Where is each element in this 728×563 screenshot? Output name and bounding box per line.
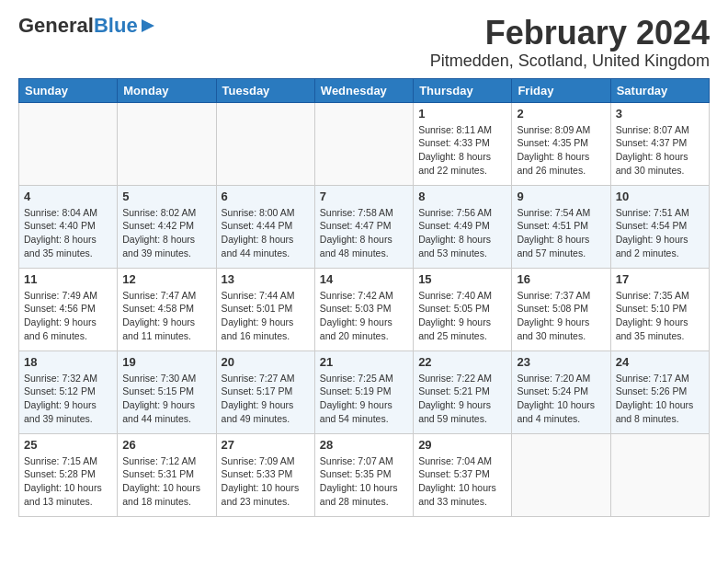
header-monday: Monday: [118, 78, 216, 102]
day-number: 2: [517, 107, 605, 121]
day-info: Sunrise: 7:25 AM Sunset: 5:19 PM Dayligh…: [320, 372, 408, 426]
calendar-cell: 25Sunrise: 7:15 AM Sunset: 5:28 PM Dayli…: [19, 433, 118, 516]
calendar-cell: [118, 102, 216, 185]
calendar-cell: 13Sunrise: 7:44 AM Sunset: 5:01 PM Dayli…: [216, 268, 314, 350]
day-info: Sunrise: 7:12 AM Sunset: 5:31 PM Dayligh…: [122, 454, 210, 509]
calendar-cell: 17Sunrise: 7:35 AM Sunset: 5:10 PM Dayli…: [610, 268, 709, 350]
day-number: 24: [616, 355, 704, 369]
day-info: Sunrise: 7:42 AM Sunset: 5:03 PM Dayligh…: [320, 289, 408, 343]
calendar-cell: 8Sunrise: 7:56 AM Sunset: 4:49 PM Daylig…: [414, 185, 512, 268]
day-number: 1: [418, 107, 506, 121]
day-info: Sunrise: 7:58 AM Sunset: 4:47 PM Dayligh…: [320, 206, 408, 260]
day-info: Sunrise: 7:15 AM Sunset: 5:28 PM Dayligh…: [24, 454, 112, 509]
calendar-cell: 27Sunrise: 7:09 AM Sunset: 5:33 PM Dayli…: [216, 433, 314, 516]
day-number: 22: [418, 355, 506, 369]
logo: GeneralBlue: [18, 15, 156, 37]
day-number: 13: [222, 272, 310, 286]
logo-arrow-icon: [140, 17, 156, 34]
calendar-week-row: 18Sunrise: 7:32 AM Sunset: 5:12 PM Dayli…: [19, 350, 710, 433]
main-title: February 2024: [430, 15, 710, 52]
title-area: February 2024 Pitmedden, Scotland, Unite…: [430, 15, 710, 71]
day-number: 16: [517, 272, 605, 286]
day-info: Sunrise: 7:32 AM Sunset: 5:12 PM Dayligh…: [24, 372, 112, 426]
calendar-week-row: 1Sunrise: 8:11 AM Sunset: 4:33 PM Daylig…: [19, 102, 710, 185]
day-info: Sunrise: 7:04 AM Sunset: 5:37 PM Dayligh…: [418, 454, 506, 509]
calendar-cell: 16Sunrise: 7:37 AM Sunset: 5:08 PM Dayli…: [512, 268, 610, 350]
day-number: 25: [24, 438, 112, 452]
calendar-cell: 4Sunrise: 8:04 AM Sunset: 4:40 PM Daylig…: [19, 185, 118, 268]
calendar-cell: [512, 433, 610, 516]
calendar-table: SundayMondayTuesdayWednesdayThursdayFrid…: [18, 78, 710, 517]
day-info: Sunrise: 7:40 AM Sunset: 5:05 PM Dayligh…: [418, 289, 506, 343]
day-number: 12: [122, 272, 210, 286]
day-info: Sunrise: 8:02 AM Sunset: 4:42 PM Dayligh…: [122, 206, 210, 260]
header-wednesday: Wednesday: [314, 78, 413, 102]
day-info: Sunrise: 7:44 AM Sunset: 5:01 PM Dayligh…: [222, 289, 310, 343]
day-info: Sunrise: 7:49 AM Sunset: 4:56 PM Dayligh…: [24, 289, 112, 343]
svg-marker-0: [142, 19, 154, 32]
logo-general: General: [18, 14, 94, 37]
day-info: Sunrise: 8:07 AM Sunset: 4:37 PM Dayligh…: [616, 123, 704, 178]
logo-blue: Blue: [94, 14, 138, 37]
calendar-cell: 1Sunrise: 8:11 AM Sunset: 4:33 PM Daylig…: [414, 102, 512, 185]
day-info: Sunrise: 7:27 AM Sunset: 5:17 PM Dayligh…: [222, 372, 310, 426]
day-number: 17: [616, 272, 704, 286]
day-number: 28: [320, 438, 408, 452]
header-saturday: Saturday: [610, 78, 709, 102]
day-number: 4: [24, 190, 112, 203]
calendar-cell: 11Sunrise: 7:49 AM Sunset: 4:56 PM Dayli…: [19, 268, 118, 350]
calendar-cell: 18Sunrise: 7:32 AM Sunset: 5:12 PM Dayli…: [19, 350, 118, 433]
day-number: 6: [222, 190, 310, 203]
calendar-cell: 9Sunrise: 7:54 AM Sunset: 4:51 PM Daylig…: [512, 185, 610, 268]
calendar-cell: 22Sunrise: 7:22 AM Sunset: 5:21 PM Dayli…: [414, 350, 512, 433]
day-info: Sunrise: 8:09 AM Sunset: 4:35 PM Dayligh…: [517, 123, 605, 178]
subtitle: Pitmedden, Scotland, United Kingdom: [430, 52, 710, 71]
calendar-week-row: 11Sunrise: 7:49 AM Sunset: 4:56 PM Dayli…: [19, 268, 710, 350]
calendar-cell: 3Sunrise: 8:07 AM Sunset: 4:37 PM Daylig…: [610, 102, 709, 185]
day-number: 18: [24, 355, 112, 369]
day-info: Sunrise: 8:11 AM Sunset: 4:33 PM Dayligh…: [418, 123, 506, 178]
day-info: Sunrise: 7:47 AM Sunset: 4:58 PM Dayligh…: [122, 289, 210, 343]
day-number: 11: [24, 272, 112, 286]
day-number: 8: [418, 190, 506, 203]
day-number: 19: [122, 355, 210, 369]
day-number: 7: [320, 190, 408, 203]
header-sunday: Sunday: [19, 78, 118, 102]
day-number: 27: [222, 438, 310, 452]
day-number: 23: [517, 355, 605, 369]
day-number: 5: [122, 190, 210, 203]
day-info: Sunrise: 7:30 AM Sunset: 5:15 PM Dayligh…: [122, 372, 210, 426]
calendar-cell: 29Sunrise: 7:04 AM Sunset: 5:37 PM Dayli…: [414, 433, 512, 516]
calendar-header-row: SundayMondayTuesdayWednesdayThursdayFrid…: [19, 78, 710, 102]
calendar-cell: 19Sunrise: 7:30 AM Sunset: 5:15 PM Dayli…: [118, 350, 216, 433]
day-info: Sunrise: 7:35 AM Sunset: 5:10 PM Dayligh…: [616, 289, 704, 343]
calendar-cell: 15Sunrise: 7:40 AM Sunset: 5:05 PM Dayli…: [414, 268, 512, 350]
day-info: Sunrise: 7:09 AM Sunset: 5:33 PM Dayligh…: [222, 454, 310, 509]
calendar-cell: [314, 102, 413, 185]
day-info: Sunrise: 7:17 AM Sunset: 5:26 PM Dayligh…: [616, 372, 704, 426]
day-info: Sunrise: 7:20 AM Sunset: 5:24 PM Dayligh…: [517, 372, 605, 426]
header-friday: Friday: [512, 78, 610, 102]
calendar-cell: 6Sunrise: 8:00 AM Sunset: 4:44 PM Daylig…: [216, 185, 314, 268]
day-info: Sunrise: 7:37 AM Sunset: 5:08 PM Dayligh…: [517, 289, 605, 343]
calendar-cell: 7Sunrise: 7:58 AM Sunset: 4:47 PM Daylig…: [314, 185, 413, 268]
calendar-cell: 23Sunrise: 7:20 AM Sunset: 5:24 PM Dayli…: [512, 350, 610, 433]
header-tuesday: Tuesday: [216, 78, 314, 102]
calendar-cell: 10Sunrise: 7:51 AM Sunset: 4:54 PM Dayli…: [610, 185, 709, 268]
calendar-cell: 14Sunrise: 7:42 AM Sunset: 5:03 PM Dayli…: [314, 268, 413, 350]
day-number: 15: [418, 272, 506, 286]
calendar-week-row: 25Sunrise: 7:15 AM Sunset: 5:28 PM Dayli…: [19, 433, 710, 516]
day-number: 9: [517, 190, 605, 203]
day-number: 14: [320, 272, 408, 286]
day-info: Sunrise: 7:07 AM Sunset: 5:35 PM Dayligh…: [320, 454, 408, 509]
day-number: 21: [320, 355, 408, 369]
calendar-week-row: 4Sunrise: 8:04 AM Sunset: 4:40 PM Daylig…: [19, 185, 710, 268]
calendar-cell: 24Sunrise: 7:17 AM Sunset: 5:26 PM Dayli…: [610, 350, 709, 433]
day-info: Sunrise: 7:51 AM Sunset: 4:54 PM Dayligh…: [616, 206, 704, 260]
calendar-cell: 5Sunrise: 8:02 AM Sunset: 4:42 PM Daylig…: [118, 185, 216, 268]
page: GeneralBlue February 2024 Pitmedden, Sco…: [0, 0, 728, 532]
calendar-cell: [19, 102, 118, 185]
day-info: Sunrise: 8:04 AM Sunset: 4:40 PM Dayligh…: [24, 206, 112, 260]
header: GeneralBlue February 2024 Pitmedden, Sco…: [18, 15, 710, 71]
calendar-cell: [216, 102, 314, 185]
